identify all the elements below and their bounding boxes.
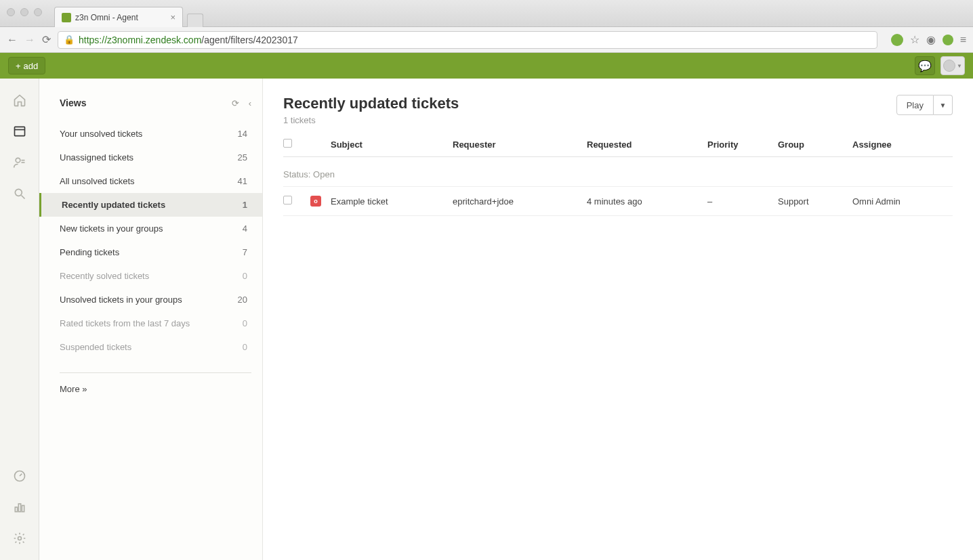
view-label: New tickets in your groups xyxy=(60,223,163,234)
new-tab-button[interactable] xyxy=(187,14,203,27)
customers-icon[interactable] xyxy=(13,156,26,169)
browser-titlebar: z3n Omni - Agent × xyxy=(0,0,973,27)
svg-rect-0 xyxy=(14,127,24,135)
view-item-9[interactable]: Suspended tickets0 xyxy=(60,335,251,359)
cell-assignee: Omni Admin xyxy=(852,196,953,207)
view-label: Your unsolved tickets xyxy=(60,129,142,139)
maximize-window-icon[interactable] xyxy=(34,8,42,16)
svg-line-6 xyxy=(21,196,24,199)
close-window-icon[interactable] xyxy=(7,8,15,16)
col-subject[interactable]: Subject xyxy=(331,139,453,150)
close-tab-icon[interactable]: × xyxy=(170,12,175,22)
col-assignee[interactable]: Assignee xyxy=(852,139,953,150)
view-count: 14 xyxy=(238,129,247,139)
gauge-icon[interactable] xyxy=(13,469,26,483)
cell-group: Support xyxy=(778,196,852,207)
view-count: 0 xyxy=(243,342,247,352)
view-item-3[interactable]: Recently updated tickets1 xyxy=(39,193,262,217)
extension-icon[interactable] xyxy=(891,34,903,46)
menu-icon[interactable]: ≡ xyxy=(960,34,966,46)
svg-rect-10 xyxy=(18,504,20,512)
view-count: 41 xyxy=(238,176,247,186)
view-item-8[interactable]: Rated tickets from the last 7 days0 xyxy=(60,311,251,335)
address-bar[interactable]: 🔒 https://z3nomni.zendesk.com/agent/filt… xyxy=(58,31,877,49)
view-label: Pending tickets xyxy=(60,247,119,257)
nav-rail xyxy=(0,79,39,560)
view-item-1[interactable]: Unassigned tickets25 xyxy=(60,146,251,169)
view-label: Recently solved tickets xyxy=(60,271,149,281)
reload-button[interactable]: ⟳ xyxy=(42,33,51,46)
svg-rect-11 xyxy=(22,506,24,512)
select-all-checkbox[interactable] xyxy=(283,139,292,148)
main-panel: Recently updated tickets 1 tickets Play … xyxy=(263,79,973,560)
svg-rect-9 xyxy=(15,507,17,512)
col-group[interactable]: Group xyxy=(778,139,852,150)
extension-dot-icon[interactable] xyxy=(943,35,953,45)
divider xyxy=(60,372,251,373)
forward-button: → xyxy=(24,34,35,46)
ticket-count: 1 tickets xyxy=(283,115,459,125)
chat-button[interactable]: 💬 xyxy=(915,56,935,75)
browser-tab[interactable]: z3n Omni - Agent × xyxy=(54,7,183,27)
minimize-window-icon[interactable] xyxy=(20,8,28,16)
view-count: 25 xyxy=(238,152,247,163)
col-priority[interactable]: Priority xyxy=(707,139,778,150)
play-button[interactable]: Play xyxy=(896,95,934,115)
page-title: Recently updated tickets xyxy=(283,95,459,112)
view-label: All unsolved tickets xyxy=(60,176,135,186)
svg-point-5 xyxy=(15,189,22,196)
view-count: 7 xyxy=(243,247,247,257)
bookmark-icon[interactable]: ☆ xyxy=(910,33,919,46)
status-badge: o xyxy=(310,196,321,207)
view-count: 1 xyxy=(243,200,247,210)
view-label: Suspended tickets xyxy=(60,342,131,352)
info-icon[interactable]: ◉ xyxy=(926,33,936,46)
cell-priority: – xyxy=(707,196,778,207)
view-count: 20 xyxy=(238,295,247,305)
view-item-0[interactable]: Your unsolved tickets14 xyxy=(60,122,251,146)
more-views-link[interactable]: More » xyxy=(60,384,251,394)
col-requester[interactable]: Requester xyxy=(453,139,587,150)
view-label: Recently updated tickets xyxy=(62,200,165,210)
view-count: 4 xyxy=(243,223,247,234)
url-host: https://z3nomni.zendesk.com xyxy=(79,35,201,45)
svg-line-8 xyxy=(20,474,22,476)
lock-icon: 🔒 xyxy=(64,35,75,45)
collapse-sidebar-icon[interactable]: ‹ xyxy=(249,98,251,108)
sidebar-title: Views xyxy=(60,98,86,108)
view-item-7[interactable]: Unsolved tickets in your groups20 xyxy=(60,288,251,311)
row-checkbox[interactable] xyxy=(283,196,292,204)
table-row[interactable]: oExample ticketepritchard+jdoe4 minutes … xyxy=(283,186,953,216)
reports-icon[interactable] xyxy=(13,500,26,514)
views-sidebar: Views ⟳ ‹ Your unsolved tickets14Unassig… xyxy=(39,79,263,560)
favicon-icon xyxy=(62,13,71,22)
search-icon[interactable] xyxy=(13,187,26,200)
svg-point-2 xyxy=(16,158,20,163)
view-label: Rated tickets from the last 7 days xyxy=(60,318,190,328)
refresh-views-icon[interactable]: ⟳ xyxy=(232,98,239,108)
admin-gear-icon[interactable] xyxy=(13,532,26,545)
back-button[interactable]: ← xyxy=(7,34,18,46)
add-button[interactable]: + add xyxy=(8,57,45,74)
cell-subject: Example ticket xyxy=(331,196,453,207)
view-count: 0 xyxy=(243,271,247,281)
chevron-down-icon: ▼ xyxy=(957,63,962,69)
view-item-4[interactable]: New tickets in your groups4 xyxy=(60,217,251,240)
profile-menu[interactable]: ▼ xyxy=(940,56,965,75)
view-item-6[interactable]: Recently solved tickets0 xyxy=(60,264,251,288)
view-item-2[interactable]: All unsolved tickets41 xyxy=(60,169,251,193)
play-dropdown[interactable]: ▼ xyxy=(934,95,953,115)
col-requested[interactable]: Requested xyxy=(587,139,707,150)
view-item-5[interactable]: Pending tickets7 xyxy=(60,240,251,264)
tab-title: z3n Omni - Agent xyxy=(75,13,138,22)
views-icon[interactable] xyxy=(13,125,26,138)
chat-icon: 💬 xyxy=(918,60,932,72)
view-label: Unsolved tickets in your groups xyxy=(60,295,182,305)
group-header: Status: Open xyxy=(283,157,953,186)
window-controls[interactable] xyxy=(7,8,42,16)
url-path: /agent/filters/42023017 xyxy=(201,35,297,45)
svg-point-12 xyxy=(18,537,21,540)
tickets-table: Subject Requester Requested Priority Gro… xyxy=(283,139,953,216)
cell-requested: 4 minutes ago xyxy=(587,196,707,207)
home-icon[interactable] xyxy=(13,93,26,107)
